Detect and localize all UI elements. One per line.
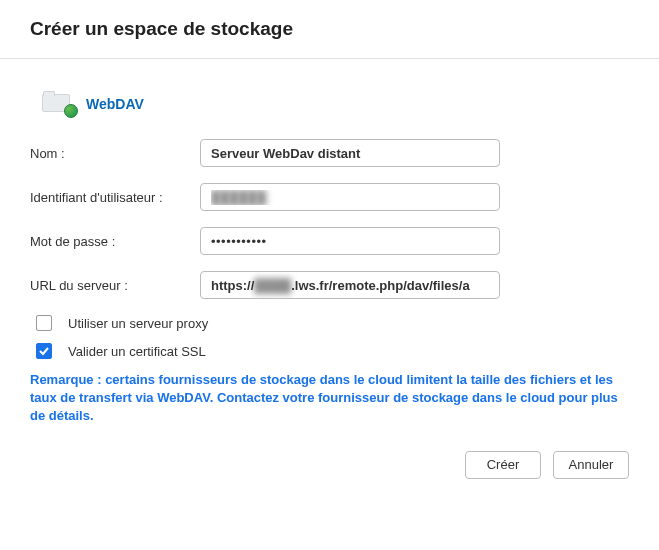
row-name: Nom : (30, 139, 629, 167)
row-proxy: Utiliser un serveur proxy (36, 315, 629, 331)
ssl-label: Valider un certificat SSL (68, 344, 206, 359)
password-label: Mot de passe : (30, 234, 200, 249)
webdav-folder-icon (42, 94, 74, 114)
row-user: Identifiant d'utilisateur : (30, 183, 629, 211)
dialog-title: Créer un espace de stockage (30, 18, 629, 40)
name-input[interactable] (200, 139, 500, 167)
note-text: Remarque : certains fournisseurs de stoc… (30, 371, 629, 426)
create-button[interactable]: Créer (465, 451, 541, 479)
ssl-checkbox[interactable] (36, 343, 52, 359)
url-input[interactable]: https://████.lws.fr/remote.php/dav/files… (200, 271, 500, 299)
cancel-button[interactable]: Annuler (553, 451, 629, 479)
row-ssl: Valider un certificat SSL (36, 343, 629, 359)
dialog-content: WebDAV Nom : Identifiant d'utilisateur :… (0, 59, 659, 436)
proxy-checkbox[interactable] (36, 315, 52, 331)
user-label: Identifiant d'utilisateur : (30, 190, 200, 205)
url-hidden: ████ (254, 278, 291, 293)
name-label: Nom : (30, 146, 200, 161)
url-prefix: https:// (211, 278, 254, 293)
checkmark-icon (38, 345, 50, 357)
url-label: URL du serveur : (30, 278, 200, 293)
proxy-label: Utiliser un serveur proxy (68, 316, 208, 331)
dialog-header: Créer un espace de stockage (0, 0, 659, 59)
password-input[interactable] (200, 227, 500, 255)
row-url: URL du serveur : https://████.lws.fr/rem… (30, 271, 629, 299)
url-suffix: .lws.fr/remote.php/dav/files/a (291, 278, 469, 293)
dialog-footer: Créer Annuler (0, 436, 659, 479)
row-password: Mot de passe : (30, 227, 629, 255)
provider-name: WebDAV (86, 96, 144, 112)
provider-row: WebDAV (42, 94, 629, 114)
user-input[interactable] (200, 183, 500, 211)
